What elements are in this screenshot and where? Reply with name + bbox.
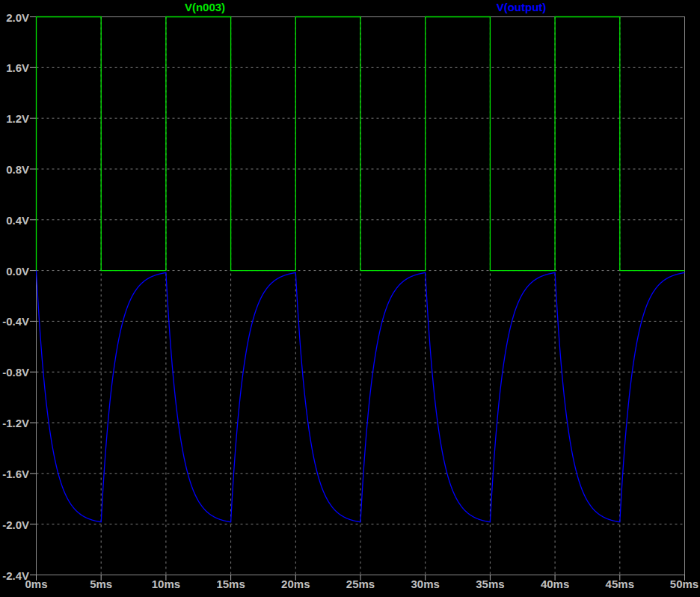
y-axis-tick-label: -2.0V bbox=[0, 518, 29, 530]
ltspice-waveform-viewer: V(n003) V(output) 2.0V1.6V1.2V0.8V0.4V0.… bbox=[0, 0, 700, 597]
trace-vn003 bbox=[37, 17, 685, 271]
legend-trace-voutput[interactable]: V(output) bbox=[497, 1, 547, 13]
x-axis-tick-label: 0ms bbox=[25, 578, 47, 590]
x-axis-tick-label: 5ms bbox=[90, 578, 112, 590]
waveform-chart[interactable] bbox=[0, 0, 700, 597]
x-axis-tick-label: 25ms bbox=[346, 578, 375, 590]
y-axis-tick-label: -0.8V bbox=[0, 367, 29, 378]
y-axis-tick-label: 2.0V bbox=[0, 11, 29, 22]
y-axis-tick-label: 1.2V bbox=[0, 113, 29, 124]
legend-trace-vn003[interactable]: V(n003) bbox=[185, 1, 225, 13]
x-axis-tick-label: 20ms bbox=[281, 578, 310, 590]
y-axis-tick-label: 0.0V bbox=[0, 265, 29, 276]
y-axis-tick-label: -1.6V bbox=[0, 468, 29, 479]
x-axis-tick-label: 35ms bbox=[476, 578, 504, 590]
y-axis-tick-label: -0.4V bbox=[0, 316, 29, 327]
x-axis-tick-label: 40ms bbox=[541, 578, 569, 590]
x-axis-tick-label: 15ms bbox=[216, 578, 245, 590]
y-axis-tick-label: 1.6V bbox=[0, 62, 29, 73]
x-axis-tick-label: 50ms bbox=[670, 578, 699, 590]
x-axis-tick-label: 30ms bbox=[411, 578, 440, 590]
y-axis-tick-label: 0.8V bbox=[0, 163, 29, 174]
y-axis-tick-label: 0.4V bbox=[0, 214, 29, 225]
plot-pane[interactable]: V(n003) V(output) 2.0V1.6V1.2V0.8V0.4V0.… bbox=[0, 0, 700, 597]
x-axis-tick-label: 10ms bbox=[152, 578, 180, 590]
x-axis-tick-label: 45ms bbox=[606, 578, 634, 590]
y-axis-tick-label: -1.2V bbox=[0, 417, 29, 429]
